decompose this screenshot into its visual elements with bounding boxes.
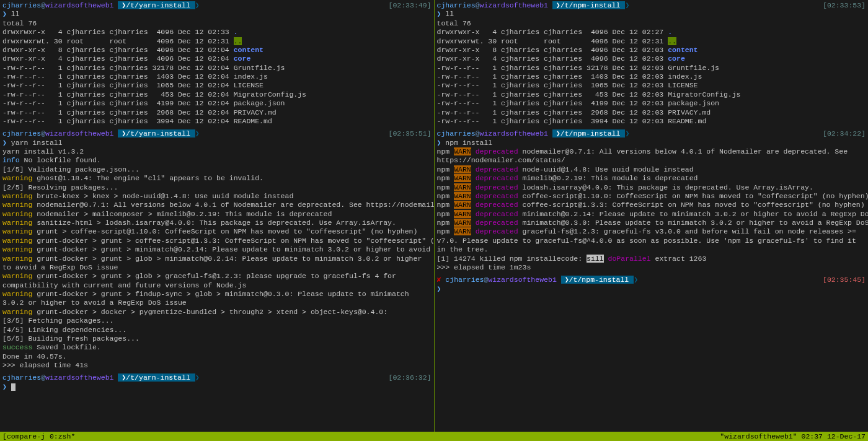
output-line: yarn install v1.3.2: [2, 147, 432, 156]
ll-row: drwxrwxrwt. 30 root root 4096 Dec 12 02:…: [2, 37, 432, 46]
output-line: npm WARN deprecated minimatch@0.2.14: Pl…: [437, 210, 866, 219]
output-line: Done in 40.57s.: [2, 352, 432, 361]
ll-listing: drwxrwxr-x 4 cjharries cjharries 4096 De…: [2, 28, 432, 126]
ll-row: -rw-r--r-- 1 cjharries cjharries 32178 D…: [437, 64, 866, 72]
ll-listing: drwxrwxr-x 4 cjharries cjharries 4096 De…: [437, 28, 866, 126]
ll-row: -rw-r--r-- 1 cjharries cjharries 1065 De…: [437, 81, 866, 90]
output-line: warning grunt-docker > grunt > findup-sy…: [2, 290, 432, 308]
ll-row: -rw-r--r-- 1 cjharries cjharries 2968 De…: [437, 108, 866, 117]
ll-row: -rw-r--r-- 1 cjharries cjharries 4199 De…: [2, 99, 432, 108]
ll-row: -rw-r--r-- 1 cjharries cjharries 3994 De…: [2, 117, 432, 126]
output-line: warning ghost@1.18.4: The engine "cli" a…: [2, 174, 432, 183]
tmux-statusbar: [compare-j 0:zsh* "wizardsoftheweb1" 02:…: [0, 432, 868, 441]
ll-total: total 76: [437, 19, 866, 28]
output-line: npm WARN deprecated mimelib@0.2.19: This…: [437, 174, 866, 183]
ll-row: -rw-r--r-- 1 cjharries cjharries 1403 De…: [437, 72, 866, 81]
prompt-3: ✘ cjharries@wizardsoftheweb1 ❯/t/npm-ins…: [437, 276, 866, 284]
output-line: warning grunt-docker > grunt > coffee-sc…: [2, 237, 432, 245]
elapsed-line: >>> elapsed time 1m23s: [437, 263, 866, 272]
right-pane[interactable]: cjharries@wizardsoftheweb1 ❯/t/npm-insta…: [435, 0, 869, 432]
npm-output: npm WARN deprecated nodemailer@0.7.1: Al…: [437, 147, 866, 255]
cursor-icon: [11, 383, 16, 391]
ll-row: drwxrwxrwt. 30 root root 4096 Dec 12 02:…: [437, 37, 866, 46]
output-line: >>> elapsed time 41s: [2, 361, 432, 370]
output-line: npm WARN deprecated graceful-fs@1.2.3: g…: [437, 227, 866, 254]
output-line: warning nodemailer > mailcomposer > mime…: [2, 210, 432, 219]
prompt-host: wizardsoftheweb1: [45, 1, 113, 9]
output-line: [2/5] Resolving packages...: [2, 183, 432, 192]
output-line: [5/5] Building fresh packages...: [2, 334, 432, 343]
ll-row: drwxr-xr-x 8 cjharries cjharries 4096 De…: [2, 46, 432, 55]
cmd-line: ❯ ll: [437, 10, 866, 19]
output-line: npm WARN deprecated node-uuid@1.4.8: Use…: [437, 165, 866, 174]
prompt-2: cjharries@wizardsoftheweb1 ❯/t/yarn-inst…: [2, 129, 432, 138]
left-pane[interactable]: cjharries@wizardsoftheweb1 ❯/t/yarn-inst…: [0, 0, 435, 432]
output-line: npm WARN deprecated lodash.isarray@4.0.0…: [437, 183, 866, 192]
prompt-time: [02:33:49]: [388, 1, 431, 10]
status-left: [compare-j 0:zsh*: [2, 432, 75, 441]
ll-row: -rw-r--r-- 1 cjharries cjharries 3994 De…: [437, 117, 866, 126]
output-line: warning grunt-docker > grunt > glob > gr…: [2, 272, 432, 290]
output-line: npm WARN deprecated coffee-script@1.3.3:…: [437, 201, 866, 209]
output-line: warning brute-knex > knex > node-uuid@1.…: [2, 192, 432, 201]
ll-row: drwxr-xr-x 4 cjharries cjharries 4096 De…: [2, 55, 432, 63]
output-line: npm WARN deprecated nodemailer@0.7.1: Al…: [437, 147, 866, 165]
output-line: warning grunt > coffee-script@1.10.0: Co…: [2, 227, 432, 236]
ll-row: -rw-r--r-- 1 cjharries cjharries 453 Dec…: [2, 90, 432, 99]
output-line: [4/5] Linking dependencies...: [2, 326, 432, 334]
error-x-icon: ✘: [437, 276, 446, 284]
prompt-path: ❯/t/yarn-install: [118, 1, 195, 9]
ll-row: -rw-r--r-- 1 cjharries cjharries 453 Dec…: [437, 90, 866, 99]
ll-row: drwxr-xr-x 4 cjharries cjharries 4096 De…: [437, 55, 866, 63]
cmd-line-empty[interactable]: ❯: [2, 383, 432, 391]
cmd-line: ❯ npm install: [437, 139, 866, 147]
output-line: [1/5] Validating package.json...: [2, 165, 432, 174]
output-line: success Saved lockfile.: [2, 343, 432, 352]
output-line: npm WARN deprecated coffee-script@1.10.0…: [437, 192, 866, 201]
cmd-line: ❯ yarn install: [2, 139, 432, 147]
prompt-3: cjharries@wizardsoftheweb1 ❯/t/yarn-inst…: [2, 373, 432, 382]
status-right: "wizardsoftheweb1" 02:37 12-Dec-17: [720, 432, 866, 441]
output-line: warning grunt-docker > grunt > glob > mi…: [2, 255, 432, 273]
ll-row: drwxr-xr-x 8 cjharries cjharries 4096 De…: [437, 46, 866, 55]
prompt-1: cjharries@wizardsoftheweb1 ❯/t/yarn-inst…: [2, 1, 432, 10]
yarn-output: yarn install v1.3.2info No lockfile foun…: [2, 147, 432, 370]
output-line: warning grunt-docker > grunt > minimatch…: [2, 245, 432, 254]
ll-row: -rw-r--r-- 1 cjharries cjharries 4199 De…: [437, 99, 866, 108]
ll-row: -rw-r--r-- 1 cjharries cjharries 2968 De…: [2, 108, 432, 117]
prompt-1: cjharries@wizardsoftheweb1 ❯/t/npm-insta…: [437, 1, 866, 10]
output-line: warning grunt-docker > docker > pygmenti…: [2, 308, 432, 317]
cmd-line-empty[interactable]: ❯: [437, 285, 866, 294]
ll-row: drwxrwxr-x 4 cjharries cjharries 4096 De…: [437, 28, 866, 37]
prompt-user: cjharries: [2, 1, 41, 9]
output-line: npm WARN deprecated minimatch@0.3.0: Ple…: [437, 219, 866, 227]
output-line: warning nodemailer@0.7.1: All versions b…: [2, 201, 432, 209]
ll-row: -rw-r--r-- 1 cjharries cjharries 32178 D…: [2, 64, 432, 72]
tmux-panes: cjharries@wizardsoftheweb1 ❯/t/yarn-inst…: [0, 0, 868, 432]
ll-total: total 76: [2, 19, 432, 28]
output-line: info No lockfile found.: [2, 156, 432, 165]
prompt-2: cjharries@wizardsoftheweb1 ❯/t/npm-insta…: [437, 129, 866, 138]
kill-line: [1] 14274 killed npm installecode: sill …: [437, 255, 866, 263]
cmd-line: ❯ ll: [2, 10, 432, 19]
output-line: warning sanitize-html > lodash.isarray@4…: [2, 219, 432, 227]
ll-row: -rw-r--r-- 1 cjharries cjharries 1403 De…: [2, 72, 432, 81]
ll-row: drwxrwxr-x 4 cjharries cjharries 4096 De…: [2, 28, 432, 37]
ll-row: -rw-r--r-- 1 cjharries cjharries 1065 De…: [2, 81, 432, 90]
output-line: [3/5] Fetching packages...: [2, 317, 432, 325]
